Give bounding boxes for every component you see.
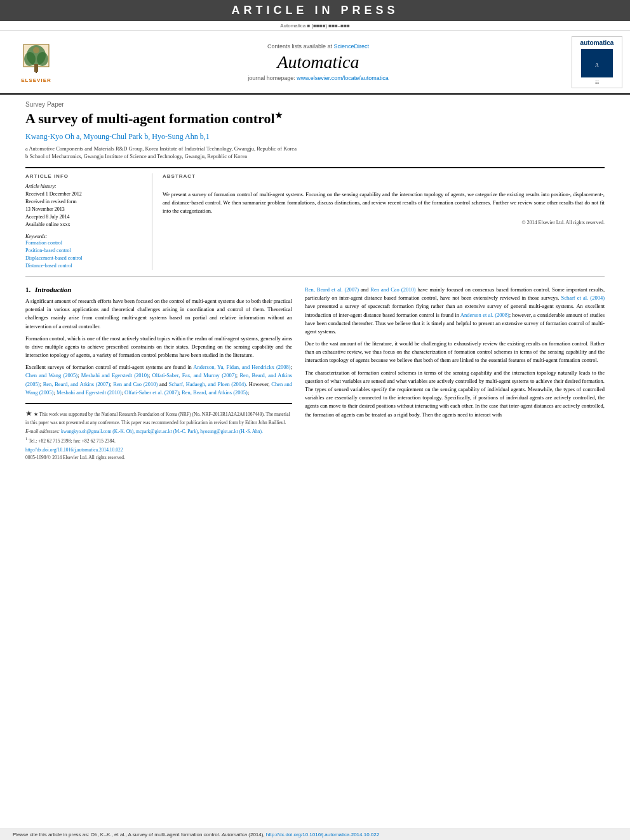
svg-text:A: A — [595, 62, 599, 68]
main-content: Survey Paper A survey of multi-agent for… — [0, 95, 630, 467]
doi-bar: Automatica ■ (■■■■) ■■■–■■■ — [0, 21, 630, 31]
svg-point-4 — [37, 52, 48, 66]
authors-line: Kwang-Kyo Oh a, Myoung-Chul Park b, Hyo-… — [25, 132, 605, 142]
footnote-issn: 0005-1098/© 2014 Elsevier Ltd. All right… — [25, 454, 292, 461]
elsevier-tree-icon — [17, 41, 55, 76]
footnote-star: ★ ★ This work was supported by the Natio… — [25, 408, 292, 426]
svg-point-6 — [33, 47, 39, 53]
citation-olfati2[interactable]: Olfati-Saber et al. (2007) — [124, 389, 178, 396]
abstract-copyright: © 2014 Elsevier Ltd. All rights reserved… — [163, 220, 605, 225]
automatica-logo-box: automatica A ☷ — [572, 36, 622, 88]
doi-link[interactable]: http://dx.doi.org/10.1016/j.automatica.2… — [25, 447, 123, 453]
citation-text: Please cite this article in press as: Oh… — [13, 832, 222, 837]
elsevier-logo: ELSEVIER — [17, 41, 55, 83]
paper-title-text: A survey of multi-agent formation contro… — [25, 110, 275, 126]
footnote-email: E-mail addresses: kwangkyo.oh@gmail.com … — [25, 428, 292, 435]
keywords-label: Keywords: — [25, 234, 144, 239]
homepage-link[interactable]: www.elsevier.com/locate/automatica — [297, 75, 389, 81]
received-revised-label: Received in revised form — [25, 198, 144, 206]
affiliations: a Automotive Components and Materials R&… — [25, 145, 605, 161]
bottom-citation-bar: Please cite this article in press as: Oh… — [0, 829, 630, 840]
citation-anderson[interactable]: Anderson, Yu, Fidan, and Hendrickx (2008… — [193, 364, 290, 370]
footnotes-area: ★ ★ This work was supported by the Natio… — [25, 403, 292, 461]
keyword-1: Formation control — [25, 239, 144, 247]
citation-scharf2[interactable]: Scharf et al. (2004) — [561, 295, 605, 301]
footnote-tel-text: Tel.: +82 62 715 2398; fax: +82 62 715 2… — [29, 437, 116, 443]
history-label: Article history: — [25, 183, 144, 190]
keyword-3: Displacement-based control — [25, 255, 144, 262]
citation-doi-link[interactable]: http://dx.doi.org/10.1016/j.automatica.2… — [266, 832, 379, 837]
right-para2: Due to the vast amount of the literature… — [305, 340, 605, 365]
two-column-section: 1. Introduction A significant amount of … — [25, 286, 605, 461]
section-number: 1. — [25, 286, 30, 293]
article-history: Article history: Received 1 December 201… — [25, 183, 144, 229]
keyword-2: Position-based control — [25, 247, 144, 255]
right-para3: The characterization of formation contro… — [305, 369, 605, 419]
accepted-date: Accepted 8 July 2014 — [25, 213, 144, 221]
automatica-journal-icon: A — [581, 49, 613, 77]
journal-homepage-line: journal homepage: www.elsevier.com/locat… — [248, 75, 389, 81]
abstract-text: We present a survey of formation control… — [163, 190, 605, 215]
title-star: ★ — [275, 110, 283, 120]
automatica-icon-label: ☷ — [595, 80, 599, 85]
left-column: 1. Introduction A significant amount of … — [25, 286, 292, 461]
homepage-prefix: journal homepage: — [248, 75, 297, 81]
received-date1: Received 1 December 2012 — [25, 190, 144, 198]
survey-paper-label: Survey Paper — [25, 101, 605, 108]
email-link[interactable]: kwangkyo.oh@gmail.com (K.-K. Oh), mcpark… — [61, 429, 263, 434]
sciencedirect-link[interactable]: ScienceDirect — [334, 43, 370, 50]
affiliation-a: a Automotive Components and Materials R&… — [25, 145, 605, 153]
sciencedirect-line: Contents lists available at ScienceDirec… — [267, 43, 369, 50]
abstract-section: ABSTRACT We present a survey of formatio… — [152, 173, 605, 270]
footnote-star-text: ★ This work was supported by the Nationa… — [25, 411, 290, 425]
section-title-text: Introduction — [35, 286, 71, 293]
footnote-doi: http://dx.doi.org/10.1016/j.automatica.2… — [25, 446, 292, 453]
affiliation-b: b School of Mechatronics, Gwangju Instit… — [25, 153, 605, 161]
article-info-title: ARTICLE INFO — [25, 173, 144, 179]
journal-header: ELSEVIER Contents lists available at Sci… — [0, 31, 630, 95]
elsevier-logo-container: ELSEVIER — [8, 36, 65, 88]
abstract-title: ABSTRACT — [163, 173, 605, 179]
automatica-small-label: automatica — [580, 39, 614, 46]
paper-title: A survey of multi-agent formation contro… — [25, 110, 605, 127]
citation-ren-cao[interactable]: Ren and Cao (2010) — [113, 381, 158, 387]
footnote-1-mark: 1 — [25, 436, 27, 441]
citation-chen-wang[interactable]: Chen and Wang (2005) — [25, 372, 77, 378]
intro-para1: A significant amount of research efforts… — [25, 297, 292, 331]
email-label: E-mail addresses: — [25, 429, 60, 434]
keyword-4: Distance-based control — [25, 262, 144, 270]
available-online: Available online xxxx — [25, 221, 144, 229]
elsevier-text: ELSEVIER — [21, 77, 51, 83]
intro-para3-left: Excellent surveys of formation control o… — [25, 363, 292, 397]
citation-ren-beard-atkins07[interactable]: Ren, Beard, and Atkins (2007) — [43, 381, 111, 387]
sciencedirect-prefix: Contents lists available at — [267, 43, 334, 50]
keywords-section: Keywords: Formation control Position-bas… — [25, 234, 144, 270]
svg-rect-5 — [34, 64, 38, 72]
footnote-tel: 1 Tel.: +82 62 715 2398; fax: +82 62 715… — [25, 436, 292, 444]
intro-section-title: 1. Introduction — [25, 286, 292, 293]
citation-scharf[interactable]: Scharf, Hadaegh, and Ploen (2004) — [169, 381, 246, 387]
right-column: Ren, Beard et al. (2007) and Ren and Cao… — [305, 286, 605, 461]
citation-mesbahi[interactable]: Mesbahi and Egerstedt (2010) — [81, 372, 149, 378]
article-in-press-banner: ARTICLE IN PRESS — [0, 0, 630, 21]
info-abstract-section: ARTICLE INFO Article history: Received 1… — [25, 167, 605, 277]
citation-ren-cao2[interactable]: Ren and Cao (2010) — [370, 286, 415, 293]
citation-year: (2014), — [247, 832, 266, 837]
svg-point-3 — [24, 52, 36, 66]
citation-olfati[interactable]: Olfati-Saber, Fax, and Murray (2007) — [152, 372, 236, 378]
right-para1: Ren, Beard et al. (2007) and Ren and Cao… — [305, 286, 605, 336]
article-info: ARTICLE INFO Article history: Received 1… — [25, 173, 152, 270]
journal-title: Automatica — [277, 52, 359, 72]
received-date2: 13 November 2013 — [25, 206, 144, 213]
intro-para2: Formation control, which is one of the m… — [25, 335, 292, 360]
citation-journal: Automatica — [222, 832, 247, 837]
citation-mesbahi2[interactable]: Mesbahi and Egerstedt (2010) — [57, 389, 122, 396]
citation-anderson2[interactable]: Anderson et al. (2008) — [460, 312, 509, 318]
journal-center: Contents lists available at ScienceDirec… — [71, 36, 565, 88]
citation-ren-beard07[interactable]: Ren, Beard et al. (2007) — [305, 286, 359, 293]
citation-ren-beard-atkins052[interactable]: Ren, Beard, and Atkins (2005) — [182, 389, 248, 396]
